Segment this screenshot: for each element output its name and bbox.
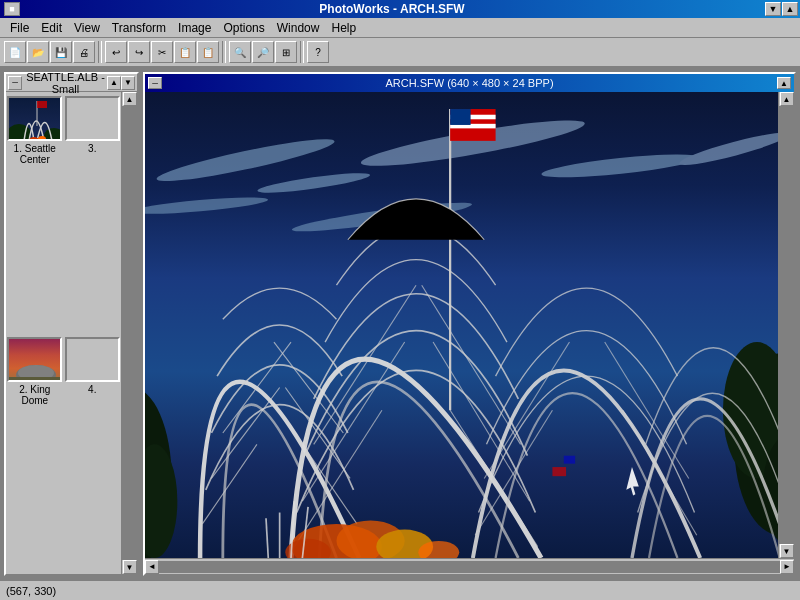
image-vscroll-track[interactable]: [779, 106, 794, 544]
arch-image: [145, 92, 778, 558]
toolbar-sep-2: [222, 41, 226, 63]
album-grid: 1. Seattle Center 3.: [6, 92, 121, 574]
title-bar-controls: ▼ ▲: [764, 2, 800, 16]
svg-rect-11: [9, 377, 60, 382]
thumb-box-3[interactable]: [65, 96, 120, 141]
app-sys-menu[interactable]: ■: [4, 2, 20, 16]
menu-window[interactable]: Window: [271, 20, 326, 36]
menu-view[interactable]: View: [68, 20, 106, 36]
image-window: ─ ARCH.SFW (640 × 480 × 24 BPP) ▲: [143, 72, 796, 576]
svg-rect-7: [67, 96, 118, 141]
toolbar-save[interactable]: 💾: [50, 41, 72, 63]
image-title: ARCH.SFW (640 × 480 × 24 BPP): [162, 77, 777, 89]
album-inner: 1. Seattle Center 3.: [6, 92, 137, 574]
image-hscroll-track[interactable]: [159, 561, 780, 573]
toolbar-cut[interactable]: ✂: [151, 41, 173, 63]
album-vscroll-down[interactable]: ▼: [123, 560, 137, 574]
image-vscroll: ▲ ▼: [778, 92, 794, 558]
thumb-item-4[interactable]: 4.: [64, 333, 122, 574]
thumb-3-svg: [67, 96, 118, 141]
status-bar: (567, 330): [0, 580, 800, 600]
album-panel: ─ SEATTLE.ALB - Small ▲ ▼: [4, 72, 139, 576]
image-vscroll-up[interactable]: ▲: [780, 92, 794, 106]
thumb-4-svg: [67, 337, 118, 382]
toolbar-sep-3: [300, 41, 304, 63]
image-main: ▲ ▼ ◄ ►: [145, 92, 794, 574]
image-title-bar: ─ ARCH.SFW (640 × 480 × 24 BPP) ▲: [145, 74, 794, 92]
thumb-kingdome-svg: [9, 337, 60, 382]
thumb-box-4[interactable]: [65, 337, 120, 382]
menu-bar: File Edit View Transform Image Options W…: [0, 18, 800, 38]
thumb-item-seattle[interactable]: 1. Seattle Center: [6, 92, 64, 333]
image-with-vscroll: ▲ ▼: [145, 92, 794, 558]
thumb-item-3[interactable]: 3.: [64, 92, 122, 333]
album-arrows: ▲ ▼: [107, 76, 135, 90]
image-hscroll-right[interactable]: ►: [780, 560, 794, 574]
toolbar-open[interactable]: 📂: [27, 41, 49, 63]
image-hscroll: ◄ ►: [145, 558, 794, 574]
title-bar-left: ■: [0, 2, 20, 16]
thumb-box-kingdome[interactable]: [7, 337, 62, 382]
toolbar-zoom-in[interactable]: 🔍: [229, 41, 251, 63]
toolbar-copy[interactable]: 📋: [174, 41, 196, 63]
toolbar-new[interactable]: 📄: [4, 41, 26, 63]
album-sys-btn[interactable]: ─: [8, 76, 22, 90]
svg-rect-4: [37, 101, 47, 108]
album-vscroll-track[interactable]: [122, 106, 137, 560]
menu-options[interactable]: Options: [217, 20, 270, 36]
thumb-label-4: 4.: [62, 384, 121, 395]
album-vscroll-up[interactable]: ▲: [123, 92, 137, 106]
svg-rect-12: [67, 337, 118, 382]
minimize-btn[interactable]: ▼: [765, 2, 781, 16]
status-coords: (567, 330): [6, 585, 56, 597]
toolbar-sep-1: [98, 41, 102, 63]
menu-help[interactable]: Help: [325, 20, 362, 36]
main-area: ─ SEATTLE.ALB - Small ▲ ▼: [0, 68, 800, 580]
album-title-bar: ─ SEATTLE.ALB - Small ▲ ▼: [6, 74, 137, 92]
image-content: ▲ ▼ ◄ ►: [145, 92, 794, 574]
thumb-label-3: 3.: [62, 143, 121, 154]
image-vscroll-down[interactable]: ▼: [780, 544, 794, 558]
arch-image-svg: [145, 92, 778, 558]
app-title-bar: ■ PhotoWorks - ARCH.SFW ▼ ▲: [0, 0, 800, 18]
menu-transform[interactable]: Transform: [106, 20, 172, 36]
album-title: SEATTLE.ALB - Small: [24, 71, 107, 95]
menu-file[interactable]: File: [4, 20, 35, 36]
toolbar: 📄 📂 💾 🖨 ↩ ↪ ✂ 📋 📋 🔍 🔎 ⊞ ?: [0, 38, 800, 68]
image-hscroll-left[interactable]: ◄: [145, 560, 159, 574]
thumb-label-seattle: 1. Seattle Center: [6, 143, 65, 165]
toolbar-paste[interactable]: 📋: [197, 41, 219, 63]
maximize-btn[interactable]: ▲: [782, 2, 798, 16]
album-vscroll: ▲ ▼: [121, 92, 137, 574]
toolbar-undo[interactable]: ↩: [105, 41, 127, 63]
app-title: PhotoWorks - ARCH.SFW: [20, 2, 764, 16]
toolbar-redo[interactable]: ↪: [128, 41, 150, 63]
menu-edit[interactable]: Edit: [35, 20, 68, 36]
menu-image[interactable]: Image: [172, 20, 217, 36]
thumb-seattle-svg: [9, 96, 60, 141]
toolbar-print[interactable]: 🖨: [73, 41, 95, 63]
thumb-item-kingdome[interactable]: 2. King Dome: [6, 333, 64, 574]
thumb-label-kingdome: 2. King Dome: [6, 384, 65, 406]
svg-rect-56: [552, 467, 566, 476]
thumb-box-seattle[interactable]: [7, 96, 62, 141]
album-scroll-up[interactable]: ▲: [107, 76, 121, 90]
svg-rect-30: [450, 109, 470, 125]
toolbar-zoom-out[interactable]: 🔎: [252, 41, 274, 63]
image-max-btn[interactable]: ▲: [777, 77, 791, 89]
album-scroll-down[interactable]: ▼: [121, 76, 135, 90]
toolbar-fit[interactable]: ⊞: [275, 41, 297, 63]
toolbar-help[interactable]: ?: [307, 41, 329, 63]
svg-rect-57: [564, 456, 575, 464]
image-sys-btn[interactable]: ─: [148, 77, 162, 89]
